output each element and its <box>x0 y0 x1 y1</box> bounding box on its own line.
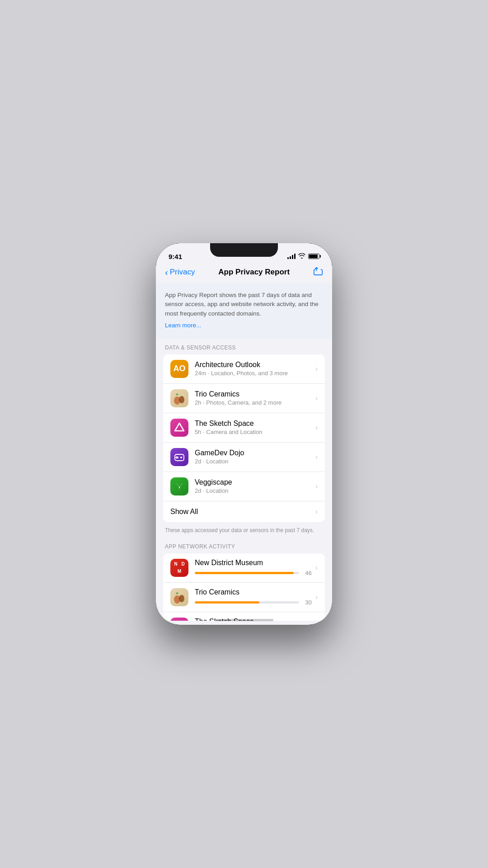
app-detail: 2d · Location <box>195 458 312 465</box>
learn-more-link[interactable]: Learn more... <box>165 322 201 329</box>
chevron-right-icon: › <box>315 394 318 402</box>
app-info: Architecture Outlook 24m · Location, Pho… <box>195 361 312 377</box>
network-app-name: New District Museum <box>195 559 312 567</box>
app-icon-gamedev <box>170 448 188 466</box>
svg-point-9 <box>179 595 184 602</box>
wifi-icon <box>298 253 305 260</box>
network-app-name: Trio Ceramics <box>195 588 312 596</box>
data-sensor-card: AO Architecture Outlook 24m · Location, … <box>163 354 325 522</box>
app-detail: 2h · Photos, Camera, and 2 more <box>195 399 312 406</box>
network-activity-card: N D M New District Museum 46 › <box>163 553 325 621</box>
list-item[interactable]: AO Architecture Outlook 24m · Location, … <box>163 354 325 384</box>
svg-point-1 <box>179 396 184 403</box>
phone-screen: 9:41 <box>156 243 332 625</box>
app-name: The Sketch Space <box>195 420 312 428</box>
app-info: Trio Ceramics 2h · Photos, Camera, and 2… <box>195 390 312 406</box>
chevron-right-icon: › <box>315 564 318 572</box>
notch <box>210 243 278 257</box>
page-title: App Privacy Report <box>218 268 290 277</box>
app-icon-trio-network <box>170 588 188 606</box>
signal-icon <box>287 254 296 259</box>
svg-marker-2 <box>175 423 184 431</box>
chevron-right-icon: › <box>315 508 318 516</box>
chevron-right-icon: › <box>315 453 318 461</box>
main-content: App Privacy Report shows the past 7 days… <box>156 283 332 621</box>
network-bar-track <box>195 601 299 604</box>
chevron-right-icon: › <box>315 424 318 432</box>
network-count: 46 <box>303 570 312 576</box>
chevron-right-icon: › <box>315 593 318 601</box>
app-icon-veggi <box>170 477 188 495</box>
list-item[interactable]: Trio Ceramics 2h · Photos, Camera, and 2… <box>163 384 325 413</box>
network-section-header: APP NETWORK ACTIVITY <box>156 537 332 553</box>
home-indicator <box>215 619 273 621</box>
app-name: GameDev Dojo <box>195 449 312 457</box>
phone-frame: 9:41 <box>156 243 332 625</box>
app-icon-trio <box>170 389 188 407</box>
network-bar-track <box>195 572 299 574</box>
status-icons <box>287 253 319 260</box>
network-count: 30 <box>303 599 312 606</box>
app-name: Veggiscape <box>195 478 312 486</box>
app-icon-sketch-network <box>170 618 188 621</box>
network-bar-fill <box>195 572 294 574</box>
show-all-label: Show All <box>170 508 312 516</box>
battery-icon <box>308 254 319 259</box>
list-item[interactable]: The Sketch Space 5h · Camera and Locatio… <box>163 413 325 443</box>
network-info: Trio Ceramics 30 <box>195 588 312 606</box>
sensor-footer-note: These apps accessed your data or sensors… <box>156 522 332 537</box>
app-icon-sketch <box>170 419 188 437</box>
app-name: Architecture Outlook <box>195 361 312 369</box>
back-button[interactable]: ‹ Privacy <box>165 268 195 277</box>
app-info: GameDev Dojo 2d · Location <box>195 449 312 465</box>
app-detail: 2d · Location <box>195 487 312 494</box>
app-detail: 5h · Camera and Location <box>195 429 312 435</box>
network-item[interactable]: N D M New District Museum 46 › <box>163 553 325 583</box>
description-text: App Privacy Report shows the past 7 days… <box>165 291 323 318</box>
network-bar-row: 46 <box>195 570 312 576</box>
app-detail: 24m · Location, Photos, and 3 more <box>195 370 312 377</box>
share-button[interactable] <box>313 266 323 278</box>
chevron-right-icon: › <box>315 482 318 491</box>
nav-bar: ‹ Privacy App Privacy Report <box>156 266 332 283</box>
app-icon-ndm: N D M <box>170 559 188 577</box>
back-label: Privacy <box>170 268 195 277</box>
app-info: Veggiscape 2d · Location <box>195 478 312 494</box>
data-sensor-section-header: DATA & SENSOR ACCESS <box>156 338 332 354</box>
show-all-button[interactable]: Show All › <box>163 501 325 522</box>
app-info: The Sketch Space 5h · Camera and Locatio… <box>195 420 312 435</box>
list-item[interactable]: GameDev Dojo 2d · Location › <box>163 443 325 472</box>
network-bar-fill <box>195 601 259 604</box>
chevron-right-icon: › <box>315 365 318 373</box>
svg-point-5 <box>180 457 182 458</box>
list-item[interactable]: Veggiscape 2d · Location › <box>163 472 325 501</box>
back-chevron-icon: ‹ <box>165 268 168 277</box>
network-info: New District Museum 46 <box>195 559 312 576</box>
network-item[interactable]: Trio Ceramics 30 › <box>163 583 325 612</box>
app-name: Trio Ceramics <box>195 390 312 398</box>
network-bar-row: 30 <box>195 599 312 606</box>
description-section: App Privacy Report shows the past 7 days… <box>156 283 332 338</box>
share-icon <box>313 266 323 276</box>
app-icon-ao: AO <box>170 360 188 378</box>
status-time: 9:41 <box>169 253 182 260</box>
